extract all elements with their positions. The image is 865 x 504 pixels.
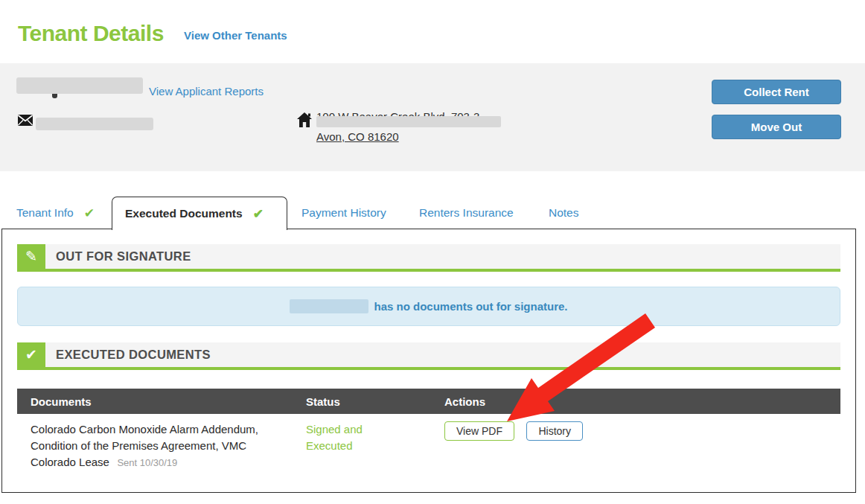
page-header: Tenant Details View Other Tenants [0, 0, 865, 63]
documents-cell: Colorado Carbon Monoxide Alarm Addendum,… [17, 421, 293, 470]
move-out-button[interactable]: Move Out [712, 115, 841, 139]
check-icon: ✔ [253, 206, 264, 222]
page-title: Tenant Details [18, 21, 164, 46]
tab-executed-documents[interactable]: Executed Documents ✔ [112, 197, 287, 230]
check-icon: ✔ [17, 342, 45, 367]
actions-cell: View PDF History [431, 421, 840, 470]
column-documents: Documents [17, 395, 293, 408]
out-for-signature-header: ✎ OUT FOR SIGNATURE [17, 244, 840, 272]
tab-notes[interactable]: Notes [549, 197, 579, 229]
tenant-summary-panel: View Applicant Reports 100 W Beaver Cree… [0, 63, 865, 171]
tenant-name-redacted [290, 299, 368, 313]
documents-table: Documents Status Actions Colorado Carbon… [17, 389, 840, 470]
table-header-row: Documents Status Actions [17, 389, 840, 414]
table-row: Colorado Carbon Monoxide Alarm Addendum,… [17, 414, 840, 470]
executed-documents-header: ✔ EXECUTED DOCUMENTS [17, 342, 840, 370]
empty-message-text: has no documents out for signature. [374, 300, 567, 313]
no-documents-message: has no documents out for signature. [17, 287, 840, 326]
envelope-icon [18, 115, 33, 126]
view-pdf-button[interactable]: View PDF [444, 421, 514, 441]
tab-payment-history[interactable]: Payment History [301, 197, 386, 229]
status-cell: Signed and Executed [293, 421, 431, 470]
status-text: Signed and Executed [306, 421, 388, 454]
tenant-email-redacted [36, 118, 153, 130]
tab-label: Notes [549, 206, 579, 220]
check-icon: ✔ [84, 205, 95, 221]
tab-label: Executed Documents [125, 207, 243, 220]
collect-rent-button[interactable]: Collect Rent [712, 80, 841, 104]
tab-label: Renters Insurance [419, 206, 514, 220]
tab-label: Tenant Info [16, 206, 74, 220]
section-title: OUT FOR SIGNATURE [56, 244, 191, 269]
home-icon [297, 112, 312, 127]
tab-tenant-info[interactable]: Tenant Info ✔ [16, 197, 95, 229]
view-applicant-reports-link[interactable]: View Applicant Reports [149, 85, 264, 98]
column-actions: Actions [431, 395, 840, 408]
tenant-name-redacted [52, 94, 57, 98]
executed-documents-panel: ✎ OUT FOR SIGNATURE has no documents out… [1, 229, 856, 493]
tab-renters-insurance[interactable]: Renters Insurance [419, 197, 514, 229]
history-button[interactable]: History [526, 421, 583, 441]
sent-date: Sent 10/30/19 [117, 457, 177, 468]
tenant-name-redacted [16, 77, 143, 94]
pencil-icon: ✎ [17, 244, 45, 269]
tab-bar: Tenant Info ✔ Executed Documents ✔ Payme… [0, 197, 865, 229]
address-redaction [316, 116, 501, 127]
section-title: EXECUTED DOCUMENTS [56, 342, 211, 367]
tab-label: Payment History [301, 206, 386, 220]
address-line2[interactable]: Avon, CO 81620 [316, 130, 399, 143]
view-other-tenants-link[interactable]: View Other Tenants [184, 29, 287, 42]
column-status: Status [293, 395, 431, 408]
